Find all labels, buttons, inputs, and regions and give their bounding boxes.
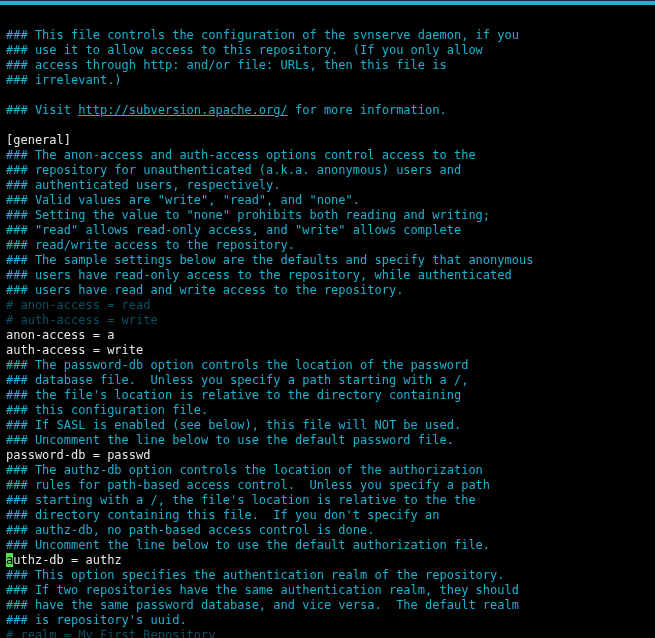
setting-anon-access: anon-access = a — [6, 328, 114, 342]
comment-line: ### have the same password database, and… — [6, 598, 519, 612]
comment-line: ### is repository's uuid. — [6, 613, 187, 627]
comment-line: ### authenticated users, respectively. — [6, 178, 281, 192]
setting-authz-db-rest: uthz-db = authz — [13, 553, 121, 567]
comment-line: ### irrelevant.) — [6, 73, 122, 87]
commented-setting-anon-access: # anon-access = read — [6, 298, 151, 312]
comment-line: ### Uncomment the line below to use the … — [6, 538, 490, 552]
comment-line: ### Visit http://subversion.apache.org/ … — [6, 103, 447, 117]
comment-line: ### read/write access to the repository. — [6, 238, 295, 252]
commented-setting-realm: # realm = My First Repository — [6, 628, 216, 638]
comment-line: ### directory containing this file. If y… — [6, 508, 439, 522]
comment-line: ### users have read-only access to the r… — [6, 268, 512, 282]
setting-auth-access: auth-access = write — [6, 343, 143, 357]
comment-line: ### If SASL is enabled (see below), this… — [6, 418, 461, 432]
comment-line: ### authz-db, no path-based access contr… — [6, 523, 374, 537]
comment-line: ### This file controls the configuration… — [6, 28, 519, 42]
comment-line: ### use it to allow access to this repos… — [6, 43, 483, 57]
comment-line: ### repository for unauthenticated (a.k.… — [6, 163, 461, 177]
comment-line: ### The sample settings below are the de… — [6, 253, 533, 267]
comment-line: ### the file's location is relative to t… — [6, 388, 461, 402]
setting-authz-db: authz-db = authz — [6, 553, 122, 567]
comment-url: http://subversion.apache.org/ — [78, 103, 288, 117]
comment-line: ### starting with a /, the file's locati… — [6, 493, 476, 507]
comment-line: ### rules for path-based access control.… — [6, 478, 490, 492]
comment-line: ### The password-db option controls the … — [6, 358, 468, 372]
comment-line: ### If two repositories have the same au… — [6, 583, 519, 597]
comment-line: ### The authz-db option controls the loc… — [6, 463, 483, 477]
comment-suffix: for more information. — [288, 103, 447, 117]
comment-line: ### This option specifies the authentica… — [6, 568, 505, 582]
comment-line: ### Setting the value to "none" prohibit… — [6, 208, 490, 222]
setting-password-db: password-db = passwd — [6, 448, 151, 462]
terminal-editor-viewport[interactable]: ### This file controls the configuration… — [0, 5, 655, 638]
comment-line: ### Valid values are "write", "read", an… — [6, 193, 360, 207]
comment-line: ### Uncomment the line below to use the … — [6, 433, 454, 447]
comment-line: ### users have read and write access to … — [6, 283, 403, 297]
comment-line: ### The anon-access and auth-access opti… — [6, 148, 476, 162]
comment-prefix: ### Visit — [6, 103, 78, 117]
comment-line: ### access through http: and/or file: UR… — [6, 58, 447, 72]
section-header-general: [general] — [6, 133, 71, 147]
comment-line: ### database file. Unless you specify a … — [6, 373, 468, 387]
comment-line: ### this configuration file. — [6, 403, 208, 417]
comment-line: ### "read" allows read-only access, and … — [6, 223, 461, 237]
commented-setting-auth-access: # auth-access = write — [6, 313, 158, 327]
